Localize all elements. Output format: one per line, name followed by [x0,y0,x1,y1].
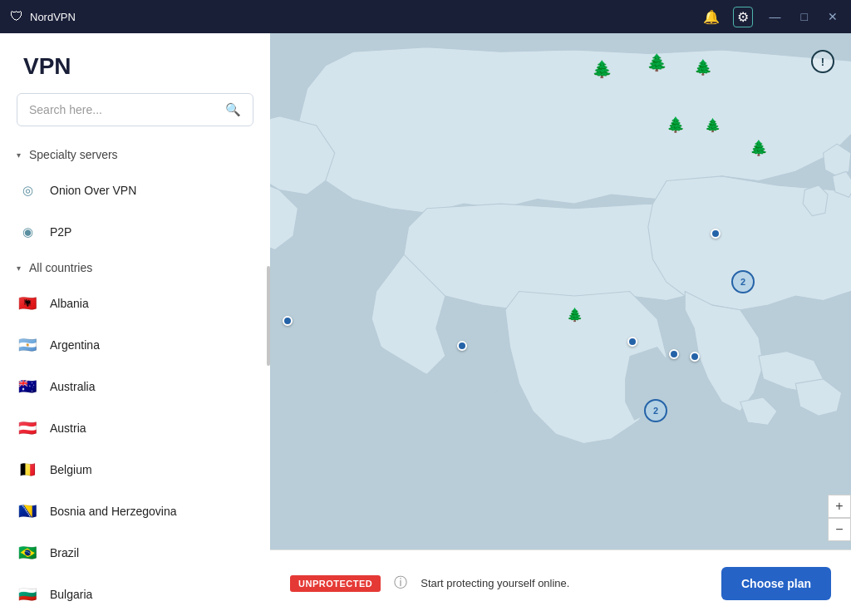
search-icon[interactable]: 🔍 [225,102,241,117]
server-cluster-japan[interactable]: 2 [731,270,755,293]
svg-text:🌲: 🌲 [647,52,667,72]
flag-bosnia: 🇧🇦 [17,500,38,522]
all-countries-label: All countries [29,261,92,274]
status-bar: UNPROTECTED ⓘ Start protecting yourself … [270,549,851,616]
unprotected-badge: UNPROTECTED [290,575,381,592]
sidebar-item-australia[interactable]: 🇦🇺 Australia [0,366,270,407]
minimize-button[interactable]: — [766,10,785,23]
specialty-servers-section[interactable]: ▾ Specialty servers [0,140,270,170]
info-button[interactable]: ! [811,50,834,73]
country-label-bulgaria: Bulgaria [50,588,92,601]
server-dot-china[interactable] [711,229,721,239]
sidebar-item-p2p[interactable]: ◉ P2P [0,211,270,253]
server-cluster-sea[interactable]: 2 [644,399,667,422]
svg-text:🌲: 🌲 [750,139,769,157]
sidebar-item-bosnia[interactable]: 🇧🇦 Bosnia and Herzegovina [0,490,270,532]
server-dot-east3[interactable] [690,352,700,362]
onion-vpn-label: Onion Over VPN [50,184,136,197]
map-area: 🌲 🌲 🌲 🌲 🌲 🌲 🌲 2 2 ! [270,33,851,616]
server-dot-east1[interactable] [627,337,637,347]
svg-text:🌲: 🌲 [567,307,583,323]
search-box: 🔍 [17,93,253,126]
flag-brazil: 🇧🇷 [17,542,38,564]
country-label-australia: Australia [50,380,95,393]
zoom-controls: + − [828,495,851,541]
svg-text:🌲: 🌲 [705,117,721,133]
country-label-argentina: Argentina [50,338,100,352]
country-label-austria: Austria [50,421,86,435]
cluster-count: 2 [740,277,745,287]
flag-australia: 🇦🇺 [17,376,38,397]
titlebar: 🛡 NordVPN 🔔 ⚙ — □ ✕ [0,0,851,33]
p2p-icon: ◉ [17,221,38,243]
sidebar-item-brazil[interactable]: 🇧🇷 Brazil [0,532,270,574]
specialty-servers-label: Specialty servers [29,148,118,161]
app-logo-area: 🛡 NordVPN [10,9,76,24]
search-container: 🔍 [0,93,270,140]
notification-icon[interactable]: 🔔 [703,9,720,25]
chevron-down-icon-countries: ▾ [17,264,21,273]
country-label-brazil: Brazil [50,546,79,559]
country-label-bosnia: Bosnia and Herzegovina [50,505,177,518]
info-circle-icon[interactable]: ⓘ [394,574,407,592]
zoom-out-button[interactable]: − [828,518,851,541]
country-label-albania: Albania [50,297,89,310]
server-dot-europe[interactable] [283,316,293,326]
vpn-title: VPN [0,33,270,93]
sidebar-item-albania[interactable]: 🇦🇱 Albania [0,283,270,324]
main-container: VPN 🔍 ▾ Specialty servers ◎ Onion Over V… [0,33,851,616]
maximize-button[interactable]: □ [798,10,811,23]
nordvpn-logo-icon: 🛡 [10,9,23,24]
sidebar-item-argentina[interactable]: 🇦🇷 Argentina [0,324,270,366]
chevron-down-icon: ▾ [17,150,21,160]
svg-text:🌲: 🌲 [592,59,612,79]
close-button[interactable]: ✕ [824,10,841,23]
flag-albania: 🇦🇱 [17,293,38,314]
svg-text:🌲: 🌲 [694,58,713,76]
p2p-label: P2P [50,225,71,239]
search-input[interactable] [29,103,219,116]
settings-icon[interactable]: ⚙ [733,7,753,27]
app-title: NordVPN [30,11,76,23]
server-dot-india[interactable] [457,341,467,351]
sidebar-item-onion-vpn[interactable]: ◎ Onion Over VPN [0,170,270,211]
server-dot-east2[interactable] [669,349,679,359]
svg-text:🌲: 🌲 [667,116,686,134]
window-controls: 🔔 ⚙ — □ ✕ [703,7,841,27]
world-map: 🌲 🌲 🌲 🌲 🌲 🌲 🌲 [270,33,851,549]
zoom-in-button[interactable]: + [828,495,851,518]
sidebar-item-belgium[interactable]: 🇧🇪 Belgium [0,449,270,490]
flag-austria: 🇦🇹 [17,417,38,439]
country-list: 🇦🇱 Albania 🇦🇷 Argentina 🇦🇺 Australia 🇦🇹 … [0,283,270,615]
flag-bulgaria: 🇧🇬 [17,584,38,605]
onion-icon: ◎ [17,180,38,201]
sidebar-item-austria[interactable]: 🇦🇹 Austria [0,407,270,449]
status-message: Start protecting yourself online. [421,577,708,589]
all-countries-section[interactable]: ▾ All countries [0,253,270,283]
country-label-belgium: Belgium [50,463,92,476]
choose-plan-button[interactable]: Choose plan [721,567,831,600]
flag-belgium: 🇧🇪 [17,459,38,480]
sidebar-item-bulgaria[interactable]: 🇧🇬 Bulgaria [0,574,270,615]
sidebar: VPN 🔍 ▾ Specialty servers ◎ Onion Over V… [0,33,270,616]
flag-argentina: 🇦🇷 [17,334,38,356]
cluster-count-2: 2 [653,406,658,416]
